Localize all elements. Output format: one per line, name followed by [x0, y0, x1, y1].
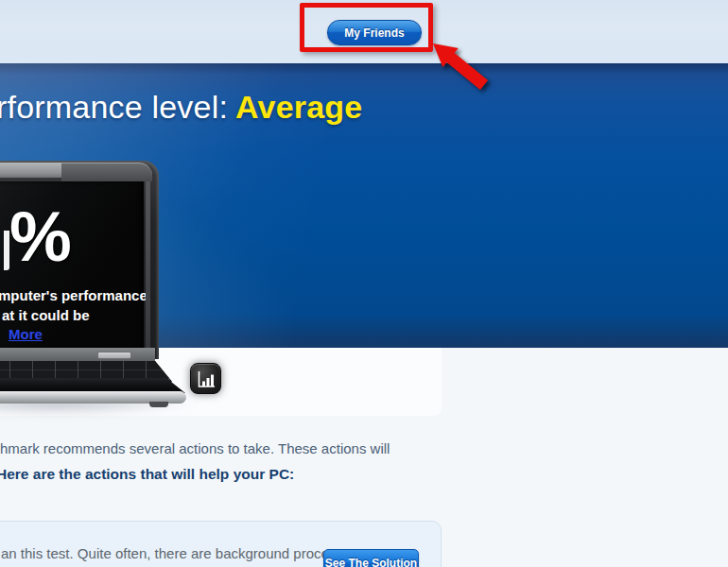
- my-friends-button[interactable]: My Friends: [327, 20, 422, 45]
- solution-card: an this test. Quite often, there are bac…: [0, 521, 442, 567]
- laptop-foot: [149, 402, 168, 407]
- laptop-latch: [97, 352, 131, 359]
- laptop-hinge: [61, 163, 152, 181]
- laptop-lid-edge: [0, 163, 62, 178]
- recommendations-heading: Here are the actions that will help your…: [0, 466, 294, 483]
- laptop-illustration: % mputer's performance at it could be Mo…: [0, 157, 206, 431]
- performance-level-value: Average: [235, 89, 362, 125]
- red-arrow-icon: [425, 36, 501, 102]
- score-percent: %: [9, 202, 72, 272]
- see-the-solution-button[interactable]: See The Solution: [323, 549, 419, 567]
- app-window: My Friends rformance level:Average % mpu…: [0, 0, 728, 567]
- highlight-rectangle: My Friends: [300, 3, 433, 52]
- laptop-bezel-bottom: [0, 348, 155, 362]
- laptop-display: % mputer's performance at it could be Mo…: [0, 181, 144, 350]
- more-link[interactable]: More: [9, 326, 43, 342]
- solution-card-text: an this test. Quite often, there are bac…: [1, 545, 358, 561]
- bar-chart-icon[interactable]: [190, 363, 221, 394]
- screen-text-line2: at it could be: [2, 307, 90, 323]
- headline-prefix: rformance level:: [0, 89, 228, 125]
- recommendations-intro: hmark recommends several actions to take…: [0, 440, 390, 456]
- performance-headline: rformance level:Average: [0, 89, 362, 126]
- screen-text-line1: mputer's performance: [0, 287, 147, 303]
